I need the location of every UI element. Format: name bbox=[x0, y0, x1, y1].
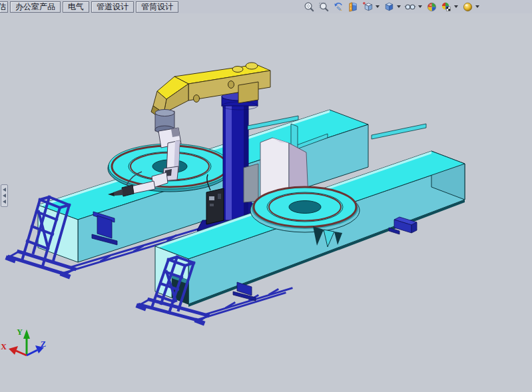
hide-show-items-button[interactable] bbox=[403, 1, 417, 13]
view-settings-dropdown[interactable] bbox=[475, 5, 479, 8]
apply-scene-icon bbox=[440, 1, 453, 13]
hide-show-items-dropdown[interactable] bbox=[418, 5, 422, 8]
command-manager-toolbar: 估 办公室产品 电气 管道设计 管筒设计 bbox=[0, 0, 532, 14]
apply-scene-dropdown[interactable] bbox=[454, 5, 458, 8]
featuremanager-collapse-button[interactable] bbox=[1, 184, 8, 207]
view-orientation-dropdown[interactable] bbox=[376, 5, 380, 8]
view-orientation-icon bbox=[362, 1, 374, 13]
tab-electrical[interactable]: 电气 bbox=[63, 1, 89, 13]
triad-y-label: Y bbox=[17, 327, 23, 337]
triad-z-label: Z bbox=[41, 339, 46, 349]
view-settings-icon bbox=[461, 1, 474, 13]
collapse-arrow-icon bbox=[3, 194, 6, 198]
graphics-viewport[interactable]: Y X Z bbox=[0, 13, 532, 392]
previous-view-icon bbox=[332, 1, 345, 13]
edit-appearance-button[interactable] bbox=[425, 1, 439, 13]
tab-piping-design[interactable]: 管道设计 bbox=[91, 1, 134, 13]
tab-tube-design[interactable]: 管筒设计 bbox=[136, 1, 178, 13]
view-settings-button[interactable] bbox=[461, 1, 475, 13]
graphics-area[interactable]: Y X Z bbox=[0, 13, 532, 392]
cad-application-window: 估 办公室产品 电气 管道设计 管筒设计 bbox=[0, 0, 532, 392]
zoom-to-area-icon bbox=[318, 1, 330, 13]
tab-evaluate-partial[interactable]: 估 bbox=[0, 1, 8, 13]
section-view-button[interactable] bbox=[346, 1, 360, 13]
section-view-icon bbox=[347, 1, 360, 13]
zoom-to-area-button[interactable] bbox=[317, 1, 331, 13]
ring-center-hole[interactable] bbox=[289, 201, 321, 214]
view-orientation-button[interactable] bbox=[361, 1, 375, 13]
previous-view-button[interactable] bbox=[332, 1, 346, 13]
edit-appearance-icon bbox=[425, 1, 438, 13]
display-style-button[interactable] bbox=[382, 1, 396, 13]
zoom-to-fit-button[interactable] bbox=[302, 1, 316, 13]
heads-up-view-toolbar bbox=[302, 1, 481, 13]
zoom-to-fit-icon bbox=[303, 1, 316, 13]
hide-show-items-icon bbox=[404, 1, 417, 13]
collapse-arrow-icon bbox=[3, 188, 6, 192]
collapse-arrow-icon bbox=[3, 200, 6, 204]
display-style-icon bbox=[383, 1, 396, 13]
apply-scene-button[interactable] bbox=[439, 1, 453, 13]
triad-x-label: X bbox=[1, 342, 7, 351]
tab-office-products[interactable]: 办公室产品 bbox=[10, 1, 61, 13]
display-style-dropdown[interactable] bbox=[397, 5, 401, 8]
